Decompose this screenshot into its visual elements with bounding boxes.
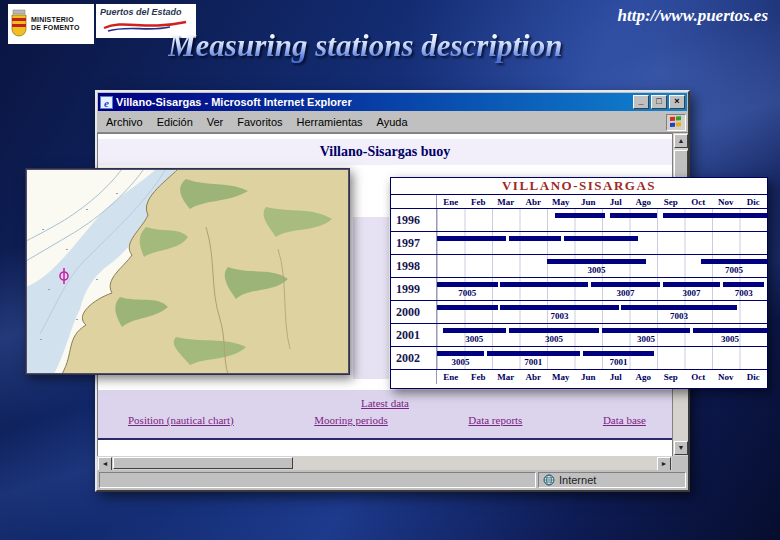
mooring-bar <box>591 282 660 287</box>
gantt-bar-area: 3005300530053005 <box>437 324 767 346</box>
gantt-row-1996: 1996 <box>391 209 767 232</box>
maximize-button[interactable]: □ <box>651 95 667 109</box>
mooring-bar-label: 3005 <box>545 334 563 344</box>
month-label: Abr <box>520 195 548 208</box>
mooring-bar-label: 7001 <box>524 357 542 367</box>
status-zone-panel: Internet <box>538 472 686 488</box>
puertos-logo-text: Puertos del Estado <box>100 7 192 17</box>
mooring-gantt: VILLANO-SISARGAS EneFebMarAbrMayJunJulAg… <box>390 177 768 389</box>
close-button[interactable]: × <box>669 95 685 109</box>
mooring-periods-link[interactable]: Mooring periods <box>314 414 388 426</box>
position-nautical-chart-link[interactable]: Position (nautical chart) <box>128 414 234 426</box>
month-label: Abr <box>520 370 548 384</box>
window-controls: _ □ × <box>633 95 685 109</box>
month-label: Mar <box>492 370 520 384</box>
windows-flag-icon <box>666 114 686 131</box>
gantt-row-1999: 19997005300730077003 <box>391 278 767 301</box>
mooring-bar <box>621 305 737 310</box>
menu-item-edicion[interactable]: Edición <box>150 114 200 130</box>
mooring-bar <box>564 236 638 241</box>
data-reports-link[interactable]: Data reports <box>468 414 522 426</box>
mooring-bar <box>555 213 605 218</box>
mooring-bar-label: 7005 <box>725 265 743 275</box>
gantt-bar-area <box>437 232 767 254</box>
menu-item-herramientas[interactable]: Herramientas <box>290 114 370 130</box>
month-label: Nov <box>712 195 740 208</box>
month-label: Feb <box>465 370 493 384</box>
year-label: 1996 <box>391 209 437 231</box>
mooring-bar <box>437 351 484 356</box>
mooring-bar-label: 3005 <box>721 334 739 344</box>
data-base-link[interactable]: Data base <box>603 414 646 426</box>
month-label: Jul <box>602 370 630 384</box>
status-message-panel <box>99 472 536 488</box>
scroll-down-button[interactable]: ▼ <box>674 441 688 455</box>
horizontal-scrollbar-row: ◄ ► <box>97 456 688 470</box>
status-bar: Internet <box>97 470 688 490</box>
mooring-bar <box>500 305 618 310</box>
mooring-bar-label: 7001 <box>610 357 628 367</box>
gantt-bar-area: 300570017001 <box>437 347 767 369</box>
mooring-bar <box>602 328 690 333</box>
mooring-bar-label: 3007 <box>616 288 634 298</box>
page-heading: Villano-Sisargas buoy <box>98 139 672 165</box>
month-label: Sep <box>657 195 685 208</box>
horizontal-scrollbar-thumb[interactable] <box>113 457 293 469</box>
month-label: Ene <box>437 370 465 384</box>
gantt-row-2000: 200070037003 <box>391 301 767 324</box>
links-band: Latest data Position (nautical chart)Moo… <box>98 390 672 440</box>
mooring-bar <box>509 328 600 333</box>
gantt-row-1998: 199830057005 <box>391 255 767 278</box>
slide-url: http://www.puertos.es <box>617 6 768 26</box>
scroll-right-button[interactable]: ► <box>657 457 671 471</box>
year-label: 1997 <box>391 232 437 254</box>
slide-title: Measuring stations description <box>168 28 562 64</box>
menu-item-ayuda[interactable]: Ayuda <box>370 114 415 130</box>
year-label: 1998 <box>391 255 437 277</box>
gantt-bar-area: 70037003 <box>437 301 767 323</box>
spain-coat-of-arms-icon <box>10 9 28 39</box>
month-label: Jul <box>602 195 630 208</box>
browser-titlebar[interactable]: e Villano-Sisargas - Microsoft Internet … <box>98 93 687 111</box>
month-label: May <box>547 195 575 208</box>
gantt-row-1997: 1997 <box>391 232 767 255</box>
status-zone-label: Internet <box>559 474 596 486</box>
month-label: Dic <box>740 195 768 208</box>
month-label: Sep <box>657 370 685 384</box>
horizontal-scrollbar[interactable]: ◄ ► <box>97 456 672 470</box>
mooring-bar-label: 3005 <box>451 357 469 367</box>
gantt-months-bottom: EneFebMarAbrMayJunJulAgoSepOctNovDic <box>391 370 767 384</box>
minimize-button[interactable]: _ <box>633 95 649 109</box>
links-row: Position (nautical chart)Mooring periods… <box>98 411 672 426</box>
mooring-bar <box>701 259 767 264</box>
menu-item-archivo[interactable]: Archivo <box>99 114 150 130</box>
ministerio-fomento-logo: MINISTERIO DE FOMENTO <box>8 4 94 44</box>
month-label: Ene <box>437 195 465 208</box>
month-label: Oct <box>685 195 713 208</box>
menu-item-ver[interactable]: Ver <box>200 114 231 130</box>
mooring-bar <box>437 305 498 310</box>
mooring-bar-label: 3007 <box>682 288 700 298</box>
year-label: 1999 <box>391 278 437 300</box>
mooring-bar <box>693 328 767 333</box>
menu-item-favoritos[interactable]: Favoritos <box>230 114 289 130</box>
scroll-left-button[interactable]: ◄ <box>98 457 112 471</box>
menu-bar: ArchivoEdiciónVerFavoritosHerramientasAy… <box>97 112 688 133</box>
latest-data-link[interactable]: Latest data <box>361 397 409 409</box>
gantt-bar-area: 7005300730077003 <box>437 278 767 300</box>
month-label: Ago <box>630 195 658 208</box>
month-label: Nov <box>712 370 740 384</box>
mooring-bar-label: 7003 <box>550 311 568 321</box>
gantt-corner <box>391 195 437 208</box>
mooring-bar <box>547 259 646 264</box>
scroll-up-button[interactable]: ▲ <box>674 134 688 148</box>
mooring-bar <box>583 351 655 356</box>
mooring-bar <box>663 213 768 218</box>
month-label: May <box>547 370 575 384</box>
mooring-bar <box>610 213 657 218</box>
internet-explorer-icon: e <box>100 96 113 109</box>
globe-icon <box>543 474 555 486</box>
mooring-bar <box>443 328 506 333</box>
window-title: Villano-Sisargas - Microsoft Internet Ex… <box>116 96 633 108</box>
mooring-bar-label: 3005 <box>637 334 655 344</box>
